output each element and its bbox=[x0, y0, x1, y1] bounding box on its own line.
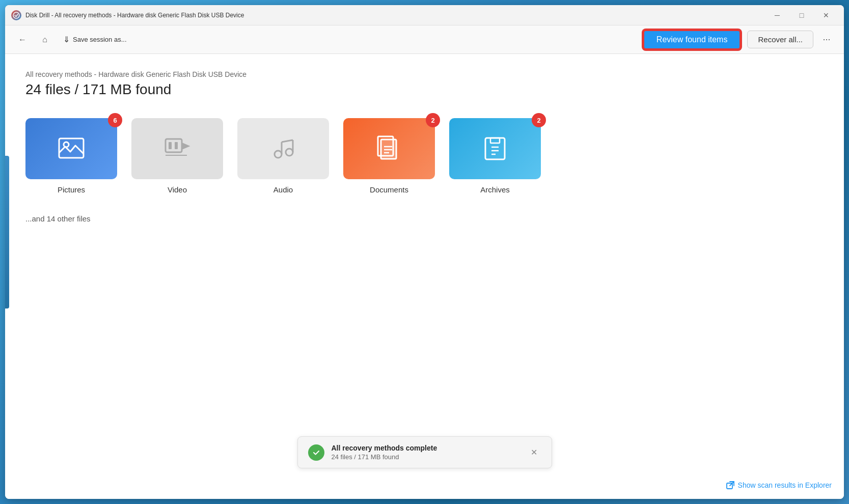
app-window: Disk Drill - All recovery methods - Hard… bbox=[5, 5, 844, 499]
home-button[interactable]: ⌂ bbox=[36, 31, 54, 49]
check-icon bbox=[308, 444, 324, 461]
back-icon: ← bbox=[18, 35, 26, 44]
svg-rect-17 bbox=[485, 138, 505, 159]
scan-subtitle: All recovery methods - Hardware disk Gen… bbox=[25, 70, 824, 78]
category-pictures[interactable]: 6 Pictures bbox=[25, 118, 117, 194]
scan-title: 24 files / 171 MB found bbox=[25, 81, 824, 98]
audio-card[interactable] bbox=[237, 118, 329, 179]
notification-bar: All recovery methods complete 24 files /… bbox=[297, 436, 552, 468]
documents-card[interactable]: 2 bbox=[343, 118, 435, 179]
video-icon bbox=[163, 135, 191, 162]
review-found-items-button[interactable]: Review found items bbox=[643, 30, 742, 50]
toolbar: ← ⌂ ⇓ Save session as... Review found it… bbox=[5, 25, 844, 54]
home-icon: ⌂ bbox=[42, 35, 47, 44]
svg-rect-4 bbox=[169, 142, 172, 149]
close-button[interactable]: ✕ bbox=[814, 7, 838, 23]
title-bar: Disk Drill - All recovery methods - Hard… bbox=[5, 5, 844, 25]
notification-text: All recovery methods complete 24 files /… bbox=[332, 444, 520, 461]
recover-all-button[interactable]: Recover all... bbox=[747, 31, 813, 48]
show-results-label: Show scan results in Explorer bbox=[738, 481, 832, 489]
category-documents[interactable]: 2 Documents bbox=[343, 118, 435, 194]
svg-point-8 bbox=[286, 149, 293, 156]
audio-icon bbox=[269, 135, 297, 162]
archives-icon bbox=[481, 135, 509, 162]
svg-rect-5 bbox=[175, 142, 178, 149]
svg-line-11 bbox=[282, 140, 293, 142]
svg-point-0 bbox=[13, 12, 19, 18]
archives-card[interactable]: 2 bbox=[449, 118, 541, 179]
video-card[interactable] bbox=[131, 118, 223, 179]
documents-label: Documents bbox=[370, 185, 408, 194]
category-audio[interactable]: Audio bbox=[237, 118, 329, 194]
documents-badge: 2 bbox=[426, 113, 440, 127]
maximize-button[interactable]: □ bbox=[790, 7, 813, 23]
video-label: Video bbox=[168, 185, 187, 194]
app-icon bbox=[11, 10, 21, 20]
window-controls: ─ □ ✕ bbox=[765, 7, 838, 23]
back-button[interactable]: ← bbox=[13, 31, 32, 49]
download-icon: ⇓ bbox=[63, 35, 70, 44]
notification-subtitle: 24 files / 171 MB found bbox=[332, 453, 520, 461]
more-icon: ··· bbox=[823, 34, 830, 45]
archives-badge: 2 bbox=[532, 113, 546, 127]
notification-close-button[interactable]: ✕ bbox=[527, 445, 541, 460]
other-files-text: ...and 14 other files bbox=[25, 214, 824, 223]
main-content: All recovery methods - Hardware disk Gen… bbox=[5, 54, 844, 499]
category-archives[interactable]: 2 Archives bbox=[449, 118, 541, 194]
save-session-label: Save session as... bbox=[73, 36, 127, 43]
category-video[interactable]: Video bbox=[131, 118, 223, 194]
svg-rect-3 bbox=[166, 139, 182, 152]
pictures-badge: 6 bbox=[108, 113, 122, 127]
pictures-icon bbox=[56, 133, 87, 164]
left-accent bbox=[5, 156, 9, 309]
window-title: Disk Drill - All recovery methods - Hard… bbox=[25, 12, 765, 19]
documents-icon bbox=[374, 133, 404, 164]
svg-line-23 bbox=[730, 482, 734, 486]
pictures-label: Pictures bbox=[58, 185, 85, 194]
minimize-button[interactable]: ─ bbox=[765, 7, 789, 23]
audio-label: Audio bbox=[273, 185, 293, 194]
categories-container: 6 Pictures bbox=[25, 118, 824, 194]
save-session-button[interactable]: ⇓ Save session as... bbox=[58, 32, 132, 47]
external-link-icon bbox=[726, 481, 735, 490]
notification-title: All recovery methods complete bbox=[332, 444, 520, 452]
archives-label: Archives bbox=[480, 185, 510, 194]
svg-point-7 bbox=[275, 151, 282, 158]
show-scan-results-link[interactable]: Show scan results in Explorer bbox=[726, 481, 832, 490]
pictures-card[interactable]: 6 bbox=[25, 118, 117, 179]
more-options-button[interactable]: ··· bbox=[817, 31, 836, 49]
close-icon: ✕ bbox=[531, 447, 537, 457]
